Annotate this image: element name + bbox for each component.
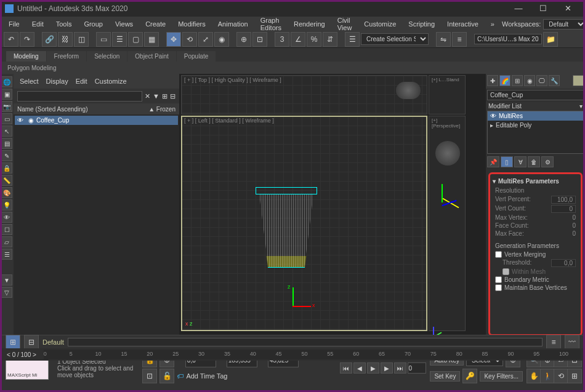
viewport-persp-label[interactable]: [+] [Perspective]	[432, 118, 465, 129]
pan-button[interactable]: ✋	[526, 369, 541, 383]
key-big-button[interactable]: 🔑	[462, 369, 477, 383]
viewports: [ + ] [ Top ] [ High Quality ] [ Wirefra…	[180, 74, 485, 338]
play-button[interactable]: ▶	[367, 362, 379, 374]
current-frame-input[interactable]	[408, 362, 426, 374]
time-tag-icon[interactable]: 🏷	[177, 372, 184, 380]
viewport-left[interactable]: [ + ] [ Left ] [ Standard ] [ Wireframe …	[181, 116, 427, 331]
prev-frame-button[interactable]: ◀	[353, 362, 366, 374]
viewport-top[interactable]: [ + ] [ Top ] [ High Quality ] [ Wirefra…	[181, 75, 427, 114]
time-ruler[interactable]: 0510152025303540455055606570758085909510…	[44, 350, 581, 359]
timeline-config-button[interactable]: ⊟	[24, 335, 39, 350]
viewport-axis-indicator: x z	[185, 321, 193, 327]
viewport-sky[interactable]: [+] L…Stand	[429, 75, 466, 114]
orbit-button[interactable]: ⟲	[554, 369, 568, 383]
cup-wireframe[interactable]	[256, 187, 317, 273]
lock-ui-button[interactable]: 🔓	[159, 369, 174, 383]
track-bar[interactable]	[68, 338, 543, 346]
track-filter-button[interactable]: ≡	[546, 335, 561, 350]
goto-end-button[interactable]: ⏭	[394, 362, 406, 374]
viewcube-persp[interactable]	[435, 141, 460, 166]
viewport-left-label[interactable]: [ + ] [ Left ] [ Standard ] [ Wireframe …	[184, 118, 274, 124]
viewport-top-label[interactable]: [ + ] [ Top ] [ High Quality ] [ Wirefra…	[184, 77, 281, 83]
isolate-button[interactable]: ⊡	[142, 369, 157, 383]
bottom-panel: ⊞ ⊟ Default ≡ 〰 < 0 / 100 > 051015202530…	[2, 335, 583, 390]
add-time-tag[interactable]: Add Time Tag	[186, 372, 227, 380]
prompt-line: Click and drag to select and move object…	[52, 365, 139, 378]
viewport-perspective[interactable]: [+] [Perspective]	[429, 116, 466, 331]
key-filters-button[interactable]: Key Filters...	[480, 371, 523, 382]
next-frame-button[interactable]: ▶	[381, 362, 393, 374]
timeline-mode-button[interactable]: ⊞	[6, 335, 20, 350]
frame-range: < 0 / 100 >	[2, 351, 41, 358]
viewcube-top[interactable]	[396, 82, 421, 99]
set-key-button[interactable]: Set Key	[430, 371, 460, 382]
track-curve-button[interactable]: 〰	[565, 335, 579, 350]
track-label: Default	[42, 338, 64, 346]
walk-button[interactable]: 🚶	[540, 369, 555, 383]
viewport-sky-label[interactable]: [+] L…Stand	[432, 77, 459, 82]
max-viewport-button[interactable]: ⊞	[567, 369, 582, 383]
playback-controls: ⏮ ◀ ▶ ▶ ⏭	[340, 362, 426, 374]
goto-start-button[interactable]: ⏮	[340, 362, 352, 374]
